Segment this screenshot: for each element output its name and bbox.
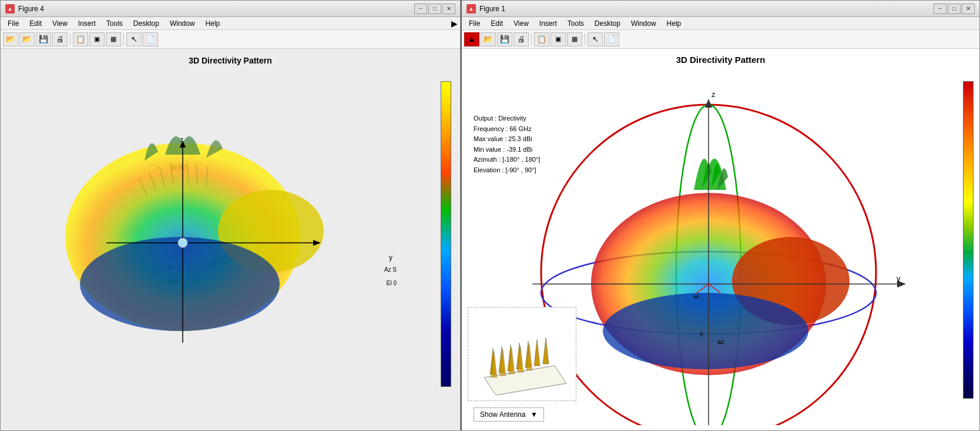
figure1-icon: ▲ [466, 4, 476, 14]
svg-point-13 [603, 293, 808, 369]
toolbar-chart[interactable]: ▦ [106, 32, 121, 46]
figure1-plotarea: 3D Directivity Pattern Output : Directiv… [462, 49, 979, 430]
svg-text:az: az [717, 338, 724, 345]
figure4-azs: Az S [384, 266, 397, 273]
figure1-controls: − □ ✕ [934, 4, 975, 14]
figure1-menu-insert[interactable]: Insert [535, 18, 562, 29]
figure4-pattern-svg [48, 108, 377, 430]
f1-toolbar-frame[interactable]: ▣ [551, 32, 566, 46]
toolbar-doc[interactable]: 📄 [143, 32, 158, 46]
figure1-menu-window[interactable]: Window [626, 18, 661, 29]
figure4-colorbar: 20 15 10 5 0 -5 -10 -15 -20 -25 Directiv… [441, 81, 451, 387]
svg-text:y: y [897, 274, 901, 283]
figure1-toolbar: ▲ 📂 💾 🖨 📋 ▣ ▦ ↖ 📄 [462, 30, 979, 49]
figure4-title: Figure 4 [18, 5, 411, 13]
show-antenna-button[interactable]: Show Antenna ▼ [474, 407, 544, 422]
show-antenna-label: Show Antenna [480, 410, 525, 419]
figure1-maximize[interactable]: □ [948, 4, 961, 14]
figure4-maximize[interactable]: □ [428, 4, 441, 14]
figure4-plotarea: 3D Directivity Pattern z El 90 el Az 0 E… [1, 49, 460, 430]
figure4-menu-window[interactable]: Window [165, 18, 200, 29]
f1-toolbar-sep1 [531, 34, 532, 45]
figure1-menubar: File Edit View Insert Tools Desktop Wind… [462, 17, 979, 30]
svg-marker-16 [705, 99, 712, 108]
toolbar-cursor[interactable]: ↖ [126, 32, 142, 46]
show-antenna-chevron: ▼ [531, 410, 538, 419]
figure1-menu-help[interactable]: Help [662, 18, 686, 29]
figure4-menu-arrow[interactable]: ▶ [451, 19, 458, 28]
figure4-plot-title: 3D Directivity Pattern [189, 56, 272, 65]
figure4-close[interactable]: ✕ [442, 4, 455, 14]
figure4-menu-tools[interactable]: Tools [102, 18, 127, 29]
figure4-controls: − □ ✕ [414, 4, 455, 14]
figure4-plot: 3D Directivity Pattern z El 90 el Az 0 E… [1, 49, 460, 430]
toolbar-sep2 [123, 34, 124, 45]
toolbar-copy[interactable]: 📋 [73, 32, 88, 46]
toolbar-new[interactable]: 📂 [3, 32, 18, 46]
figure1-plot-title: 3D Directivity Pattern [676, 55, 766, 65]
f1-toolbar-sep2 [585, 34, 585, 45]
toolbar-open[interactable]: 📂 [19, 32, 35, 46]
f1-toolbar-doc[interactable]: 📄 [604, 32, 619, 46]
svg-text:el: el [694, 293, 699, 300]
toolbar-sep1 [70, 34, 71, 45]
figure4-el0-cb: El 0 [387, 280, 397, 286]
svg-point-7 [178, 238, 187, 248]
figure4-menu-edit[interactable]: Edit [25, 18, 46, 29]
figure4-icon: ▲ [5, 4, 15, 14]
figure1-titlebar: ▲ Figure 1 − □ ✕ [462, 1, 979, 17]
figure1-title: Figure 1 [479, 5, 930, 13]
toolbar-frame[interactable]: ▣ [89, 32, 105, 46]
f1-toolbar-new[interactable]: ▲ [464, 32, 479, 46]
figure1-close[interactable]: ✕ [962, 4, 975, 14]
figure4-menu-file[interactable]: File [3, 18, 24, 29]
f1-toolbar-chart[interactable]: ▦ [567, 32, 582, 46]
toolbar-save[interactable]: 💾 [36, 32, 51, 46]
f1-toolbar-copy[interactable]: 📋 [534, 32, 549, 46]
figure1-pattern-svg: z y el az x [515, 84, 926, 425]
figure1-window: ▲ Figure 1 − □ ✕ File Edit View Insert T… [461, 0, 980, 431]
figure1-antenna-thumb [468, 307, 576, 401]
figure1-menu-view[interactable]: View [509, 18, 533, 29]
toolbar-print[interactable]: 🖨 [52, 32, 68, 46]
figure1-minimize[interactable]: − [934, 4, 947, 14]
figure1-menu-edit[interactable]: Edit [486, 18, 508, 29]
antenna-thumb-svg [472, 313, 572, 395]
figure4-menu-help[interactable]: Help [201, 18, 225, 29]
f1-toolbar-open[interactable]: 📂 [481, 32, 496, 46]
figure4-menu-view[interactable]: View [48, 18, 72, 29]
figure1-menu-file[interactable]: File [464, 18, 485, 29]
f1-toolbar-cursor[interactable]: ↖ [588, 32, 603, 46]
figure4-menu-insert[interactable]: Insert [73, 18, 100, 29]
svg-point-2 [80, 237, 280, 331]
figure4-menubar: File Edit View Insert Tools Desktop Wind… [1, 17, 460, 30]
figure4-window: ▲ Figure 4 − □ ✕ File Edit View Insert T… [0, 0, 461, 431]
figure1-colorbar: 20 10 0 -10 -20 -30 Directivity (dBi) [963, 81, 974, 399]
svg-text:x: x [700, 330, 703, 337]
figure1-menu-desktop[interactable]: Desktop [590, 18, 625, 29]
f1-toolbar-print[interactable]: 🖨 [514, 32, 529, 46]
figure1-menu-tools[interactable]: Tools [563, 18, 589, 29]
show-antenna-container: Show Antenna ▼ [474, 407, 544, 422]
figure4-toolbar: 📂 📂 💾 🖨 📋 ▣ ▦ ↖ 📄 [1, 30, 460, 49]
f1-toolbar-save[interactable]: 💾 [497, 32, 512, 46]
svg-text:z: z [711, 90, 716, 99]
figure4-menu-desktop[interactable]: Desktop [129, 18, 164, 29]
figure4-titlebar: ▲ Figure 4 − □ ✕ [1, 1, 460, 17]
figure4-y: y [389, 253, 392, 262]
figure4-minimize[interactable]: − [414, 4, 427, 14]
